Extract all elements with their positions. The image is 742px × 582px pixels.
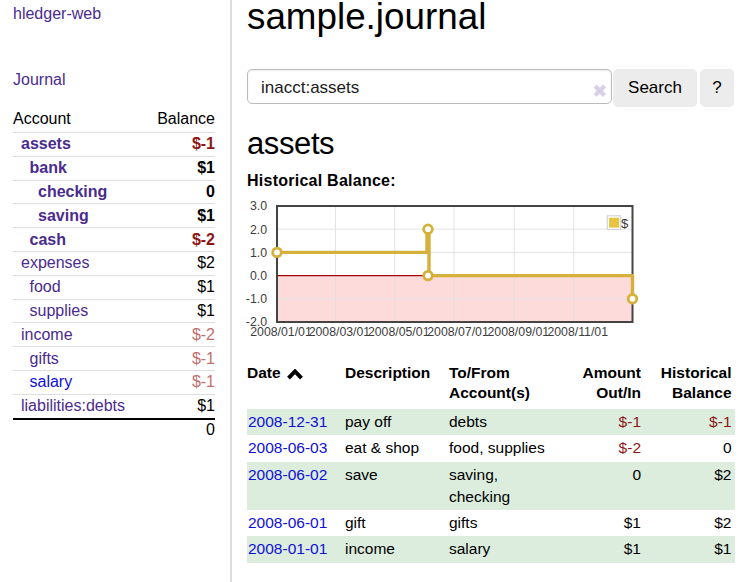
svg-text:2008/03/01: 2008/03/01 [309, 325, 371, 339]
svg-text:2008/11/01: 2008/11/01 [547, 325, 608, 339]
svg-text:$: $ [621, 216, 629, 231]
svg-text:2008/01/01: 2008/01/01 [250, 325, 312, 339]
svg-text:2.0: 2.0 [250, 223, 267, 237]
svg-text:0.0: 0.0 [250, 269, 267, 283]
svg-text:3.0: 3.0 [250, 199, 267, 213]
svg-text:2008/07/01: 2008/07/01 [427, 325, 489, 339]
svg-text:1.0: 1.0 [250, 246, 267, 260]
svg-text:2008/09/01: 2008/09/01 [488, 325, 550, 339]
svg-text:-1.0: -1.0 [246, 292, 267, 306]
svg-text:2008/05/01: 2008/05/01 [368, 325, 430, 339]
